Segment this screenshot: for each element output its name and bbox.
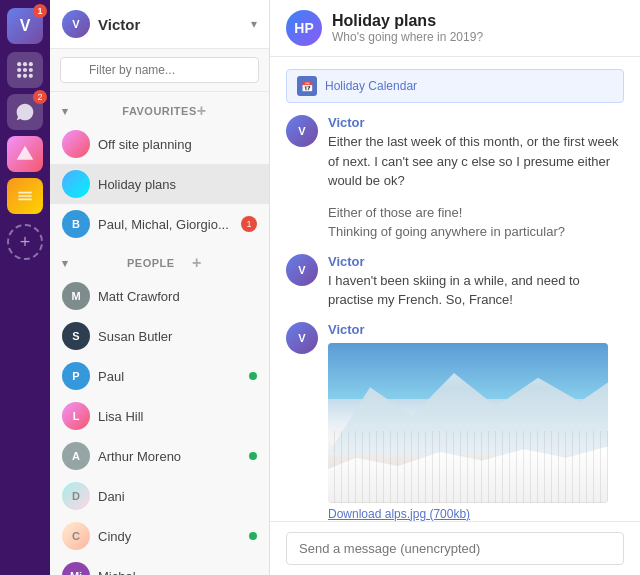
people-section-header: ▾ PEOPLE +	[50, 244, 269, 276]
people-add-button[interactable]: +	[192, 254, 257, 272]
apps-icon	[15, 144, 35, 164]
paul-online-indicator	[249, 372, 257, 380]
chat-subtitle: Who's going where in 2019?	[332, 30, 624, 44]
msg-avatar-blank	[286, 203, 318, 235]
messages-icon	[15, 102, 35, 122]
holiday-name: Holiday plans	[98, 177, 257, 192]
msg-sender-3: Victor	[328, 254, 624, 269]
msg-content-3: Victor I haven't been skiing in a while,…	[328, 254, 624, 310]
sidebar-item-cindy[interactable]: C Cindy	[50, 516, 269, 556]
message-group-1: V Victor Either the last week of this mo…	[286, 115, 624, 191]
matt-name: Matt Crawford	[98, 289, 257, 304]
favourites-add-button[interactable]: +	[197, 102, 257, 120]
offsite-avatar	[62, 130, 90, 158]
msg-content-4: Victor Download alps.jpg (700kb)	[328, 322, 624, 521]
susan-avatar: S	[62, 322, 90, 350]
icon-bar: V 1 2 +	[0, 0, 50, 575]
paul-group-badge: 1	[241, 216, 257, 232]
search-input[interactable]	[60, 57, 259, 83]
svg-point-1	[23, 62, 27, 66]
chat-messages: 📅 Holiday Calendar V Victor Either the l…	[270, 57, 640, 521]
offsite-name: Off site planning	[98, 137, 257, 152]
calendar-banner-text: Holiday Calendar	[325, 79, 417, 93]
msg-sender-1: Victor	[328, 115, 624, 130]
settings-icon	[15, 186, 35, 206]
ski-image	[328, 343, 608, 503]
michal-avatar: Mi	[62, 562, 90, 575]
msg-text-2b: Thinking of going anywhere in particular…	[328, 222, 624, 242]
lisa-avatar: L	[62, 402, 90, 430]
icon-bar-item-settings[interactable]	[7, 178, 43, 214]
sidebar-workspace-name: Victor	[98, 16, 251, 33]
svg-point-8	[29, 74, 33, 78]
msg-content-2: Either of those are fine! Thinking of go…	[328, 203, 624, 242]
sidebar-item-arthur[interactable]: A Arthur Moreno	[50, 436, 269, 476]
cindy-avatar: C	[62, 522, 90, 550]
messages-badge: 2	[33, 90, 47, 104]
sidebar-item-michal[interactable]: Mi Michal	[50, 556, 269, 575]
paul-avatar: P	[62, 362, 90, 390]
sidebar-item-offsite[interactable]: Off site planning	[50, 124, 269, 164]
svg-point-7	[23, 74, 27, 78]
favourites-section-header: ▾ FAVOURITES +	[50, 92, 269, 124]
susan-name: Susan Butler	[98, 329, 257, 344]
sidebar-item-lisa[interactable]: L Lisa Hill	[50, 396, 269, 436]
svg-point-3	[17, 68, 21, 72]
msg-avatar-victor-1: V	[286, 115, 318, 147]
matt-avatar: M	[62, 282, 90, 310]
message-group-2: Either of those are fine! Thinking of go…	[286, 203, 624, 242]
calendar-banner[interactable]: 📅 Holiday Calendar	[286, 69, 624, 103]
msg-text-1: Either the last week of this month, or t…	[328, 132, 624, 191]
paul-group-name: Paul, Michal, Giorgio...	[98, 217, 241, 232]
lisa-name: Lisa Hill	[98, 409, 257, 424]
sidebar-item-matt[interactable]: M Matt Crawford	[50, 276, 269, 316]
sidebar: V Victor ▾ 🔍 ▾ FAVOURITES + Off site pla…	[50, 0, 270, 575]
cindy-name: Cindy	[98, 529, 245, 544]
sidebar-item-paul-group[interactable]: B Paul, Michal, Giorgio... 1	[50, 204, 269, 244]
favourites-chevron-icon: ▾	[62, 105, 122, 118]
sidebar-chevron-icon[interactable]: ▾	[251, 17, 257, 31]
chat-area: HP Holiday plans Who's going where in 20…	[270, 0, 640, 575]
paul-group-avatar: B	[62, 210, 90, 238]
sidebar-workspace-avatar: V	[62, 10, 90, 38]
sidebar-item-holiday[interactable]: Holiday plans	[50, 164, 269, 204]
workspace-avatar[interactable]: V 1	[7, 8, 43, 44]
download-link[interactable]: Download alps.jpg (700kb)	[328, 507, 624, 521]
workspace-badge: 1	[33, 4, 47, 18]
arthur-avatar: A	[62, 442, 90, 470]
calendar-icon: 📅	[297, 76, 317, 96]
chat-header-avatar: HP	[286, 10, 322, 46]
chat-header-info: Holiday plans Who's going where in 2019?	[332, 12, 624, 44]
sidebar-header: V Victor ▾	[50, 0, 269, 49]
sidebar-item-paul[interactable]: P Paul	[50, 356, 269, 396]
icon-bar-item-messages[interactable]: 2	[7, 94, 43, 130]
msg-avatar-victor-4: V	[286, 322, 318, 354]
paul-name: Paul	[98, 369, 245, 384]
chat-header: HP Holiday plans Who's going where in 20…	[270, 0, 640, 57]
people-chevron-icon: ▾	[62, 257, 127, 270]
icon-bar-item-apps[interactable]	[7, 136, 43, 172]
search-box: 🔍	[50, 49, 269, 92]
michal-name: Michal	[98, 569, 257, 576]
msg-content-1: Victor Either the last week of this mont…	[328, 115, 624, 191]
svg-point-0	[17, 62, 21, 66]
sidebar-item-susan[interactable]: S Susan Butler	[50, 316, 269, 356]
chat-input[interactable]	[286, 532, 624, 565]
msg-text-2a: Either of those are fine!	[328, 203, 624, 223]
dani-name: Dani	[98, 489, 257, 504]
dani-avatar: D	[62, 482, 90, 510]
add-workspace-button[interactable]: +	[7, 224, 43, 260]
chat-input-area	[270, 521, 640, 575]
msg-avatar-victor-3: V	[286, 254, 318, 286]
chat-title: Holiday plans	[332, 12, 624, 30]
icon-bar-item-grid[interactable]	[7, 52, 43, 88]
grid-icon	[15, 60, 35, 80]
msg-sender-4: Victor	[328, 322, 624, 337]
holiday-avatar	[62, 170, 90, 198]
arthur-online-indicator	[249, 452, 257, 460]
svg-point-4	[23, 68, 27, 72]
svg-point-2	[29, 62, 33, 66]
sidebar-item-dani[interactable]: D Dani	[50, 476, 269, 516]
arthur-name: Arthur Moreno	[98, 449, 245, 464]
msg-text-3: I haven't been skiing in a while, and ne…	[328, 271, 624, 310]
